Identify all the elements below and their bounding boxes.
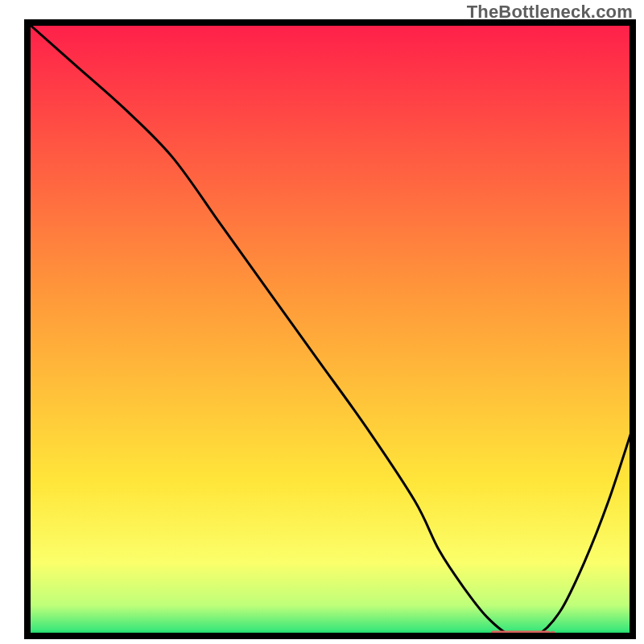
- chart-container: TheBottleneck.com: [0, 0, 644, 644]
- plot-frame: [24, 19, 636, 639]
- bottleneck-chart: [24, 19, 636, 639]
- gradient-background: [27, 23, 633, 636]
